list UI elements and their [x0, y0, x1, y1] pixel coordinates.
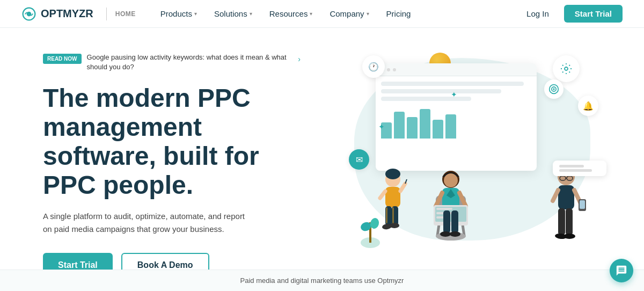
svg-line-22 [380, 191, 385, 198]
mockup-header [376, 63, 537, 76]
settings-icon [553, 55, 580, 82]
svg-point-48 [450, 231, 460, 237]
login-button[interactable]: Log In [520, 6, 555, 21]
chat-icon [616, 265, 627, 277]
person-left [360, 163, 408, 251]
svg-rect-42 [436, 208, 452, 210]
chevron-down-icon: ▾ [194, 11, 197, 17]
svg-point-13 [553, 89, 554, 90]
speech-bubble [553, 161, 606, 176]
logo-text: OPTMYZR [41, 8, 93, 20]
nav-divider [106, 8, 107, 20]
svg-line-9 [562, 72, 564, 73]
svg-rect-59 [566, 208, 573, 235]
chevron-down-icon: ▾ [367, 11, 369, 17]
svg-rect-57 [580, 200, 585, 209]
hero-title: The modern PPC management software, buil… [43, 84, 279, 199]
hero-subtitle: A single platform to audit, optimize, au… [43, 210, 247, 236]
nav-right-actions: Log In Start Trial [520, 5, 623, 23]
nav-solutions[interactable]: Solutions ▾ [207, 6, 260, 21]
person-center [419, 158, 483, 251]
hero-left: READ NOW Google pausing low activity key… [43, 47, 322, 278]
svg-point-27 [390, 223, 399, 228]
svg-line-55 [553, 190, 558, 201]
svg-rect-45 [443, 210, 450, 233]
nav-home-label: HOME [115, 10, 136, 18]
bottom-bar-text: Paid media and digital marketing teams u… [240, 277, 404, 285]
nav-pricing[interactable]: Pricing [379, 6, 419, 21]
svg-point-47 [440, 231, 451, 237]
svg-rect-28 [386, 207, 387, 223]
svg-rect-20 [385, 187, 400, 207]
start-trial-nav-button[interactable]: Start Trial [564, 5, 623, 23]
sparkle-icon: ✦ [378, 122, 385, 131]
svg-point-61 [564, 234, 575, 239]
navbar: OPTMYZR HOME Products ▾ Solutions ▾ Reso… [0, 0, 644, 28]
illustration-container: 🕐 🔔 ✉ [333, 47, 612, 262]
bottom-bar: Paid media and digital marketing teams u… [0, 270, 644, 291]
svg-point-19 [385, 169, 400, 179]
svg-point-36 [444, 173, 458, 187]
nav-links: Products ▾ Solutions ▾ Resources ▾ Compa… [153, 6, 520, 21]
target-icon [544, 79, 564, 99]
chat-button[interactable] [610, 259, 633, 282]
logo[interactable]: OPTMYZR [21, 6, 93, 21]
nav-products[interactable]: Products ▾ [153, 6, 204, 21]
nav-resources[interactable]: Resources ▾ [262, 6, 320, 21]
hero-illustration: 🕐 🔔 ✉ [322, 47, 623, 273]
announcement-bar[interactable]: READ NOW Google pausing low activity key… [43, 53, 301, 72]
chevron-down-icon: ▾ [250, 11, 252, 17]
svg-rect-53 [558, 185, 574, 209]
svg-rect-58 [558, 208, 565, 235]
announcement-text: Google pausing low activity keywords: wh… [87, 53, 293, 72]
svg-line-21 [400, 184, 405, 191]
svg-rect-46 [451, 210, 458, 233]
nav-company[interactable]: Company ▾ [322, 6, 376, 21]
main-content: READ NOW Google pausing low activity key… [0, 28, 644, 270]
sparkle-icon-2: ✦ [451, 90, 457, 99]
dashboard-mockup [376, 63, 537, 171]
svg-line-8 [569, 65, 570, 66]
svg-rect-29 [392, 207, 394, 223]
svg-line-6 [562, 65, 564, 66]
announcement-arrow-icon: › [298, 55, 301, 63]
clock-icon: 🕐 [362, 55, 385, 78]
svg-point-10 [565, 67, 568, 70]
read-now-badge: READ NOW [43, 54, 82, 64]
chevron-down-icon: ▾ [310, 11, 312, 17]
svg-line-7 [569, 72, 570, 73]
bell-icon: 🔔 [578, 96, 598, 116]
